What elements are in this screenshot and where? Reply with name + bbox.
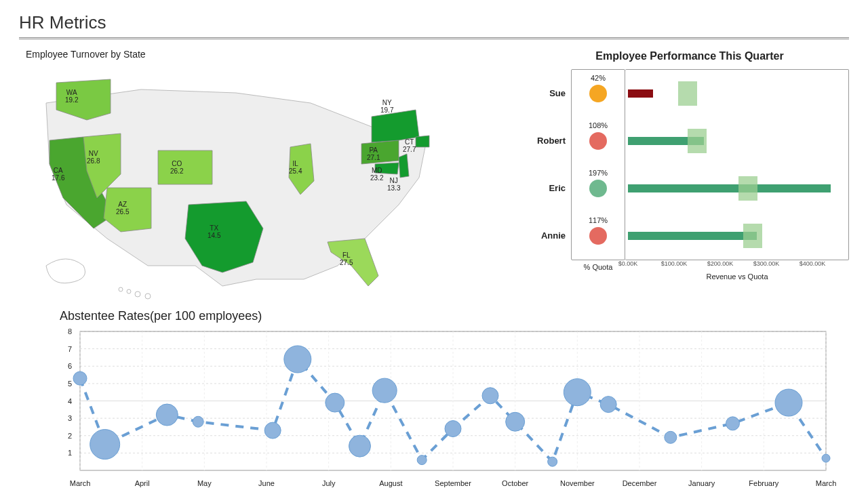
state-MD[interactable] bbox=[375, 163, 399, 174]
absentee-point[interactable] bbox=[326, 393, 344, 412]
absentee-point[interactable] bbox=[349, 435, 371, 457]
absentee-point[interactable] bbox=[284, 346, 311, 373]
absentee-point[interactable] bbox=[665, 431, 677, 443]
perf-name-column: SueRobertEricAnnie bbox=[530, 69, 571, 260]
perf-revenue-cell bbox=[625, 117, 848, 165]
hawaii-outline bbox=[119, 287, 151, 299]
perf-name: Eric bbox=[530, 164, 571, 211]
us-map: WA19.2CA17.6NV26.8AZ26.5CO26.2TX14.5IL25… bbox=[19, 62, 453, 306]
revenue-ticks: $0.00K$100.00K$200.00K$300.00K$400.00K bbox=[625, 260, 849, 270]
perf-name: Robert bbox=[530, 117, 571, 164]
us-map-svg bbox=[19, 62, 453, 306]
absentee-point[interactable] bbox=[822, 454, 830, 462]
absentee-ytick: 1 bbox=[68, 449, 72, 457]
quota-mark bbox=[743, 224, 762, 248]
absentee-xtick: February bbox=[749, 479, 778, 487]
state-PA[interactable] bbox=[361, 140, 399, 164]
quota-dot bbox=[589, 85, 607, 102]
absentee-point[interactable] bbox=[548, 457, 557, 466]
perf-revenue-cell bbox=[625, 70, 848, 117]
state-NJ[interactable] bbox=[399, 154, 409, 178]
absentee-point[interactable] bbox=[564, 379, 591, 406]
revenue-bar bbox=[628, 184, 831, 192]
absentee-title: Abstentee Rates(per 100 employees) bbox=[60, 309, 849, 323]
quota-dot bbox=[589, 227, 607, 245]
quota-caption: % Quota bbox=[571, 260, 625, 283]
quota-mark bbox=[688, 129, 707, 153]
svg-point-2 bbox=[135, 291, 140, 297]
quota-mark bbox=[738, 176, 757, 201]
absentee-ytick: 4 bbox=[68, 397, 72, 405]
absentee-ytick: 7 bbox=[68, 345, 72, 353]
absentee-xtick: July bbox=[322, 479, 336, 487]
revenue-tick: $0.00K bbox=[618, 260, 638, 267]
perf-quota-cell: 117% bbox=[572, 212, 625, 260]
absentee-point[interactable] bbox=[482, 388, 498, 404]
absentee-point[interactable] bbox=[775, 389, 802, 416]
revenue-tick: $300.00K bbox=[753, 260, 780, 267]
absentee-xtick: June bbox=[258, 479, 275, 487]
absentee-xtick: March bbox=[70, 479, 91, 487]
absentee-ytick: 8 bbox=[68, 327, 72, 336]
absentee-ytick: 6 bbox=[68, 362, 72, 370]
state-CT[interactable] bbox=[416, 136, 429, 147]
absentee-xtick: November bbox=[560, 479, 595, 487]
performance-title: Employee Performance This Quarter bbox=[530, 50, 849, 62]
absentee-point[interactable] bbox=[445, 421, 461, 437]
absentee-point[interactable] bbox=[372, 378, 397, 403]
absentee-ytick: 5 bbox=[68, 380, 72, 388]
absentee-xtick: August bbox=[379, 479, 402, 487]
revenue-caption: Revenue vs Quota bbox=[625, 270, 849, 283]
quota-pct: 42% bbox=[572, 74, 625, 82]
revenue-tick: $100.00K bbox=[661, 260, 688, 267]
absentee-point[interactable] bbox=[417, 455, 427, 465]
perf-quota-cell: 197% bbox=[572, 165, 625, 212]
quota-pct: 117% bbox=[572, 216, 625, 224]
quota-dot bbox=[589, 180, 607, 197]
absentee-panel: Abstentee Rates(per 100 employees) 12345… bbox=[19, 309, 849, 487]
absentee-point[interactable] bbox=[193, 416, 203, 427]
absentee-xtick: October bbox=[502, 479, 528, 487]
absentee-chart: 12345678 MarchAprilMayJuneJulyAugustSept… bbox=[39, 325, 840, 487]
svg-point-0 bbox=[119, 287, 123, 291]
absentee-point[interactable] bbox=[156, 404, 178, 426]
state-NY[interactable] bbox=[372, 110, 419, 142]
perf-quota-cell: 42% bbox=[572, 70, 625, 117]
perf-quota-cell: 108% bbox=[572, 117, 625, 165]
revenue-tick: $400.00K bbox=[800, 260, 826, 267]
absentee-xtick: May bbox=[197, 479, 212, 487]
perf-name: Sue bbox=[530, 69, 571, 117]
absentee-xtick: January bbox=[688, 479, 715, 487]
revenue-bar bbox=[628, 89, 653, 98]
line-grid bbox=[80, 331, 826, 470]
absentee-point[interactable] bbox=[726, 417, 740, 430]
absentee-point[interactable] bbox=[600, 396, 616, 413]
perf-quota-column: 42%108%197%117% bbox=[571, 69, 625, 260]
perf-revenue-cell bbox=[625, 212, 848, 260]
perf-revenue-column bbox=[625, 69, 849, 260]
quota-pct: 197% bbox=[572, 169, 625, 177]
turnover-map-panel: Employee Turnover by State WA19.2CA17.6N… bbox=[19, 46, 510, 306]
absentee-point[interactable] bbox=[506, 412, 525, 431]
alaska-outline bbox=[46, 259, 85, 283]
quota-dot bbox=[589, 132, 607, 150]
page-title: HR Metrics bbox=[19, 12, 849, 33]
absentee-xtick: March bbox=[816, 479, 837, 487]
svg-point-1 bbox=[127, 289, 131, 293]
absentee-ytick: 3 bbox=[68, 414, 72, 422]
absentee-point[interactable] bbox=[264, 422, 281, 439]
absentee-point[interactable] bbox=[73, 371, 87, 385]
divider bbox=[19, 37, 849, 39]
absentee-xtick: April bbox=[135, 479, 150, 487]
quota-pct: 108% bbox=[572, 121, 625, 129]
absentee-point[interactable] bbox=[90, 430, 120, 460]
revenue-bar bbox=[628, 232, 757, 240]
revenue-tick: $200.00K bbox=[707, 260, 734, 267]
perf-name: Annie bbox=[530, 211, 571, 259]
absentee-ytick: 2 bbox=[68, 432, 72, 440]
svg-point-3 bbox=[145, 293, 151, 299]
absentee-svg bbox=[39, 325, 840, 487]
state-CO[interactable] bbox=[158, 150, 212, 184]
quota-mark bbox=[678, 81, 697, 106]
absentee-xtick: December bbox=[623, 479, 657, 487]
